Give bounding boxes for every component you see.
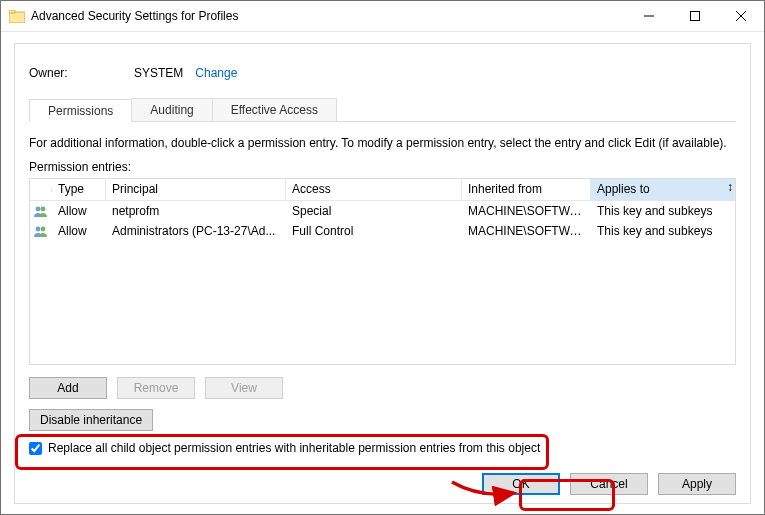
content-panel: Owner: SYSTEM Change Permissions Auditin… — [14, 43, 751, 504]
info-text: For additional information, double-click… — [29, 136, 736, 150]
disable-inheritance-button[interactable]: Disable inheritance — [29, 409, 153, 431]
replace-children-checkbox[interactable] — [29, 442, 42, 455]
column-icon[interactable] — [30, 188, 52, 192]
entry-buttons-row: Add Remove View — [29, 377, 736, 399]
grid-header: Type Principal Access Inherited from App… — [30, 179, 735, 201]
add-button[interactable]: Add — [29, 377, 107, 399]
column-type[interactable]: Type — [52, 179, 106, 200]
svg-rect-0 — [9, 12, 25, 23]
table-row[interactable]: Allow Administrators (PC-13-27\Ad... Ful… — [30, 221, 735, 241]
cell-applies: This key and subkeys — [591, 202, 735, 220]
replace-children-row: Replace all child object permission entr… — [29, 441, 736, 455]
ok-button[interactable]: OK — [482, 473, 560, 495]
svg-point-7 — [41, 207, 46, 212]
tab-effective-access[interactable]: Effective Access — [212, 98, 337, 121]
tab-auditing[interactable]: Auditing — [131, 98, 212, 121]
cell-inherited: MACHINE\SOFTWARE... — [462, 222, 591, 240]
svg-point-8 — [36, 227, 41, 232]
cell-applies: This key and subkeys — [591, 222, 735, 240]
permission-entries-label: Permission entries: — [29, 160, 736, 174]
maximize-button[interactable] — [672, 1, 718, 31]
svg-point-6 — [36, 207, 41, 212]
change-owner-link[interactable]: Change — [195, 66, 237, 80]
disable-inheritance-row: Disable inheritance — [29, 409, 736, 431]
cell-type: Allow — [52, 222, 106, 240]
column-applies[interactable]: Applies to — [591, 179, 735, 200]
replace-children-label[interactable]: Replace all child object permission entr… — [48, 441, 540, 455]
tab-strip: Permissions Auditing Effective Access — [29, 98, 736, 122]
svg-point-9 — [41, 227, 46, 232]
remove-button[interactable]: Remove — [117, 377, 195, 399]
dialog-buttons: OK Cancel Apply — [482, 473, 736, 495]
window-controls — [626, 1, 764, 31]
minimize-button[interactable] — [626, 1, 672, 31]
cell-type: Allow — [52, 202, 106, 220]
owner-row: Owner: SYSTEM Change — [29, 66, 736, 80]
cell-principal: netprofm — [106, 202, 286, 220]
apply-button[interactable]: Apply — [658, 473, 736, 495]
resize-indicator-icon: ↕ — [727, 180, 733, 194]
cell-principal: Administrators (PC-13-27\Ad... — [106, 222, 286, 240]
column-inherited[interactable]: Inherited from — [462, 179, 591, 200]
svg-rect-3 — [691, 12, 700, 21]
table-row[interactable]: Allow netprofm Special MACHINE\SOFTWARE.… — [30, 201, 735, 221]
svg-rect-1 — [9, 10, 15, 13]
users-icon — [30, 203, 52, 219]
close-button[interactable] — [718, 1, 764, 31]
column-access[interactable]: Access — [286, 179, 462, 200]
view-button[interactable]: View — [205, 377, 283, 399]
permission-entries-grid[interactable]: Type Principal Access Inherited from App… — [29, 178, 736, 365]
owner-value: SYSTEM — [134, 66, 183, 80]
cell-access: Full Control — [286, 222, 462, 240]
cancel-button[interactable]: Cancel — [570, 473, 648, 495]
users-icon — [30, 223, 52, 239]
tab-permissions[interactable]: Permissions — [29, 99, 132, 122]
advanced-security-window: Advanced Security Settings for Profiles … — [0, 0, 765, 515]
column-principal[interactable]: Principal — [106, 179, 286, 200]
owner-label: Owner: — [29, 66, 134, 80]
window-title: Advanced Security Settings for Profiles — [31, 9, 626, 23]
folder-icon — [9, 10, 25, 23]
cell-access: Special — [286, 202, 462, 220]
title-bar: Advanced Security Settings for Profiles — [1, 1, 764, 32]
cell-inherited: MACHINE\SOFTWARE... — [462, 202, 591, 220]
